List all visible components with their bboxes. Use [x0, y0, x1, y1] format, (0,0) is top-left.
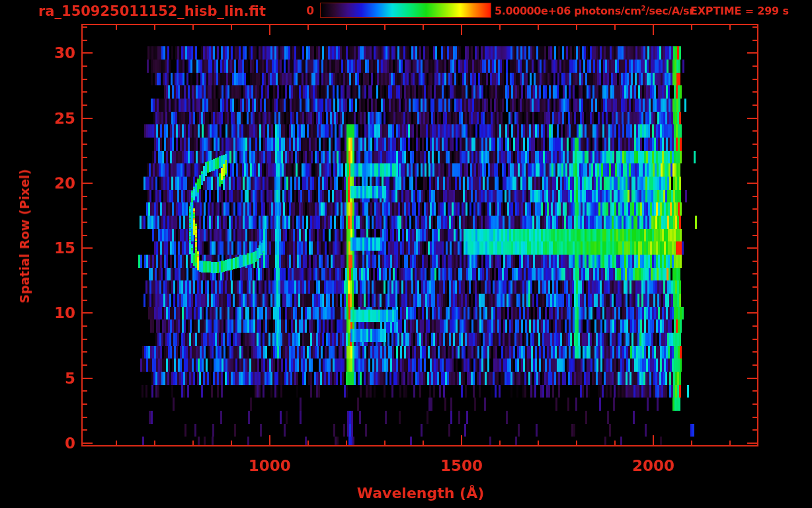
y-tick-label: 15: [54, 239, 75, 257]
y-axis-label: Spatial Row (Pixel): [17, 169, 32, 304]
exptime-label: EXPTIME = 299 s: [690, 5, 789, 17]
colorbar-units-suffix: /sec/A/sr: [645, 5, 694, 17]
spectrogram-canvas: [0, 0, 812, 508]
colorbar-gradient: [320, 3, 491, 18]
colorbar-max-label: 5.00000e+06 photons/cm2/sec/A/sr: [495, 5, 694, 17]
y-tick-label: 25: [54, 110, 75, 127]
y-tick-label: 5: [65, 370, 75, 387]
spectrogram-viewer: ra_150925011152_hisb_lin.fit 0 5.00000e+…: [0, 0, 812, 508]
y-tick-label: 0: [65, 435, 75, 452]
file-title: ra_150925011152_hisb_lin.fit: [38, 3, 266, 19]
colorbar-max-value: 5.00000e+06 photons/cm: [495, 5, 641, 17]
y-tick-label: 10: [54, 304, 75, 321]
x-axis-label: Wavelength (Å): [357, 485, 484, 501]
colorbar-min-label: 0: [292, 4, 314, 17]
x-tick-label: 1500: [440, 457, 483, 474]
y-tick-label: 30: [54, 44, 75, 62]
y-tick-label: 20: [54, 175, 75, 192]
x-tick-label: 1000: [249, 457, 291, 474]
x-tick-label: 2000: [632, 457, 674, 474]
